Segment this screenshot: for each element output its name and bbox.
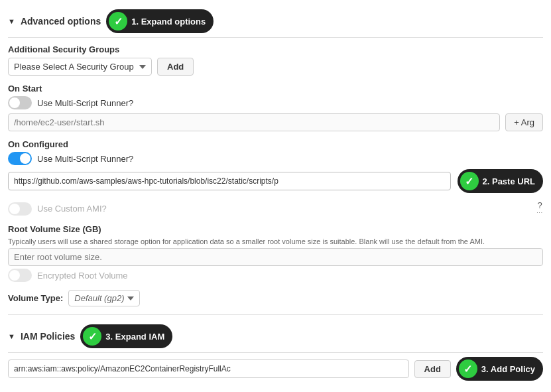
security-group-add-button[interactable]: Add [157,58,194,76]
on-start-input-row: + Arg [8,113,543,131]
step2-badge-label: 2. Paste URL [483,176,535,186]
custom-ami-group: Use Custom AMI? ? ··· [8,201,543,216]
on-configured-multi-script-label: Use Multi-Script Runner? [37,154,133,164]
step1-badge-label: 1. Expand options [131,17,206,27]
step2-check-icon: ✓ [460,172,479,190]
step3-add-badge-label: 3. Add Policy [481,364,535,374]
on-start-arg-button[interactable]: + Arg [505,113,543,131]
step3-add-badge: ✓ 3. Add Policy [456,357,543,381]
on-configured-url-input[interactable] [8,172,451,190]
security-groups-row: Please Select A Security Group Add [8,58,543,76]
iam-policies-header: ▼ IAM Policies ✓ 3. Expand IAM [8,320,543,353]
iam-policies-title: IAM Policies [21,331,75,342]
security-groups-label: Additional Security Groups [8,44,543,54]
on-start-toggle[interactable] [8,96,32,109]
section-divider [8,314,543,315]
step3-expand-badge-label: 3. Expand IAM [105,332,164,342]
root-volume-input[interactable] [8,248,543,266]
encrypted-root-toggle[interactable] [8,269,32,282]
step3-expand-badge: ✓ 3. Expand IAM [80,324,172,348]
security-group-select[interactable]: Please Select A Security Group [8,58,152,76]
on-configured-group: On Configured Use Multi-Script Runner? ✓… [8,139,543,193]
custom-ami-help-icon[interactable]: ? ··· [536,201,543,216]
volume-type-group: Volume Type: Default (gp2) gp3io1io2sc1s… [8,290,543,306]
custom-ami-toggle[interactable] [8,202,32,216]
on-start-group: On Start Use Multi-Script Runner? + Arg [8,84,543,131]
encrypted-root-row: Encrypted Root Volume [8,269,543,282]
on-start-script-input[interactable] [8,113,500,131]
step1-check-icon: ✓ [109,12,127,31]
step3-expand-check-icon: ✓ [83,327,101,346]
iam-input-row: Add ✓ 3. Add Policy [8,357,543,381]
encrypted-root-label: Encrypted Root Volume [37,271,128,281]
on-configured-toggle-row: Use Multi-Script Runner? [8,152,543,165]
root-volume-label: Root Volume Size (GB) [8,224,543,234]
step1-tooltip-badge: ✓ 1. Expand options [106,9,214,33]
root-volume-description: Typically users will use a shared storag… [8,237,543,245]
custom-ami-row: Use Custom AMI? ? ··· [8,201,543,216]
on-start-multi-script-label: Use Multi-Script Runner? [37,98,133,108]
iam-policy-input[interactable] [8,359,409,378]
on-configured-url-row: ✓ 2. Paste URL [8,169,543,193]
on-start-label: On Start [8,84,543,94]
advanced-options-header: ▼ Advanced options ✓ 1. Expand options [8,5,543,38]
volume-type-select[interactable]: Default (gp2) gp3io1io2sc1st1 [68,290,140,306]
step1-badge-container: ✓ 1. Expand options [106,9,214,33]
advanced-options-title: Advanced options [21,16,101,27]
main-container: ▼ Advanced options ✓ 1. Expand options A… [0,0,551,386]
on-configured-toggle[interactable] [8,152,32,165]
iam-policies-arrow[interactable]: ▼ [8,332,15,340]
security-groups-group: Additional Security Groups Please Select… [8,44,543,76]
iam-add-button[interactable]: Add [414,360,451,378]
on-configured-label: On Configured [8,139,543,149]
on-start-toggle-row: Use Multi-Script Runner? [8,96,543,109]
custom-ami-label: Use Custom AMI? [37,204,107,214]
root-volume-group: Root Volume Size (GB) Typically users wi… [8,224,543,282]
advanced-options-arrow[interactable]: ▼ [8,17,15,25]
step3-add-check-icon: ✓ [459,359,477,378]
volume-type-label: Volume Type: [8,293,63,303]
step2-tooltip-badge: ✓ 2. Paste URL [458,169,543,193]
